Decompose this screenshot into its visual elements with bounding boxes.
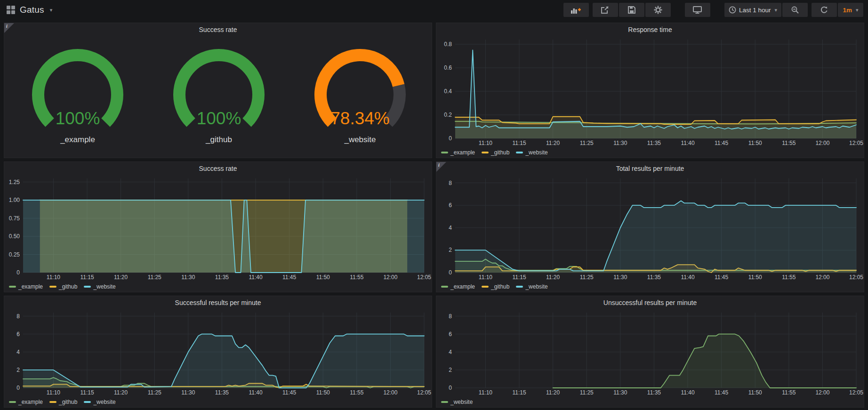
time-series-plot[interactable]: 11:1011:1511:2011:2511:3011:3511:4011:45… — [4, 175, 432, 281]
panel-title[interactable]: Success rate — [4, 23, 432, 36]
svg-text:11:20: 11:20 — [546, 274, 560, 281]
svg-text:11:55: 11:55 — [782, 274, 796, 281]
legend: _example_github_website — [436, 147, 864, 158]
legend-swatch — [516, 286, 523, 288]
legend-item-github[interactable]: _github — [49, 399, 77, 405]
svg-text:0: 0 — [16, 385, 20, 391]
svg-text:11:25: 11:25 — [148, 389, 161, 396]
legend: _example_github_website — [4, 281, 432, 292]
legend-item-github[interactable]: _github — [482, 149, 509, 156]
dashboard-title[interactable]: Gatus — [20, 5, 44, 15]
legend-item-example[interactable]: _example — [441, 283, 475, 290]
svg-text:12:00: 12:00 — [383, 274, 397, 281]
zoom-out-icon — [791, 6, 799, 14]
svg-text:12:05: 12:05 — [849, 140, 863, 146]
svg-text:11:50: 11:50 — [316, 389, 330, 396]
refresh-button[interactable] — [812, 3, 837, 17]
svg-text:8: 8 — [16, 313, 20, 320]
legend-swatch — [441, 401, 448, 403]
svg-text:11:45: 11:45 — [715, 389, 728, 396]
panel-success-rate-gauges: i Success rate 100%_example100%_github78… — [4, 23, 432, 158]
legend-label: _website — [450, 399, 473, 405]
svg-text:0: 0 — [449, 269, 452, 276]
time-range-picker[interactable]: Last 1 hour ▾ — [724, 3, 781, 17]
svg-text:11:15: 11:15 — [512, 274, 526, 281]
legend-label: _website — [93, 283, 115, 290]
time-series-plot[interactable]: 11:1011:1511:2011:2511:3011:3511:4011:45… — [436, 36, 864, 147]
panel-title[interactable]: Unsuccessful results per minute — [436, 296, 864, 309]
panel-unsuccessful-results: i Unsuccessful results per minute 11:101… — [436, 296, 864, 408]
panel-title[interactable]: Total results per minute — [436, 162, 864, 175]
legend-item-example[interactable]: _example — [9, 283, 43, 290]
svg-text:12:00: 12:00 — [383, 389, 397, 396]
svg-text:0: 0 — [449, 135, 452, 142]
svg-text:0: 0 — [449, 385, 452, 391]
legend-item-website[interactable]: _website — [84, 399, 115, 405]
svg-text:11:15: 11:15 — [512, 389, 526, 396]
svg-text:11:10: 11:10 — [479, 140, 492, 146]
legend-item-website[interactable]: _website — [516, 149, 547, 156]
gauge-example: 100%_example — [7, 47, 148, 145]
legend-item-website[interactable]: _website — [441, 399, 473, 405]
dashboard-grid-icon[interactable] — [7, 6, 15, 14]
svg-text:11:25: 11:25 — [148, 274, 161, 281]
panel-info-icon[interactable]: i — [4, 23, 14, 33]
svg-text:0.8: 0.8 — [444, 41, 452, 48]
svg-text:11:50: 11:50 — [748, 140, 762, 146]
legend-item-github[interactable]: _github — [49, 283, 77, 290]
gear-icon — [654, 6, 662, 14]
svg-text:4: 4 — [449, 225, 452, 231]
svg-text:11:50: 11:50 — [316, 274, 330, 281]
svg-text:11:15: 11:15 — [512, 140, 526, 146]
svg-text:1.00: 1.00 — [9, 197, 20, 203]
svg-text:11:35: 11:35 — [215, 389, 229, 396]
panel-title[interactable]: Successful results per minute — [4, 296, 432, 309]
legend-swatch — [441, 152, 448, 153]
gauge-label: _website — [344, 135, 376, 145]
svg-text:0.6: 0.6 — [444, 64, 452, 71]
add-panel-button[interactable] — [563, 3, 589, 17]
svg-text:11:55: 11:55 — [782, 140, 796, 146]
svg-text:12:05: 12:05 — [417, 274, 431, 281]
save-button[interactable] — [619, 3, 644, 17]
legend-swatch — [516, 152, 523, 153]
svg-text:11:45: 11:45 — [282, 274, 296, 281]
panel-info-icon[interactable]: i — [436, 162, 446, 172]
time-series-plot[interactable]: 11:1011:1511:2011:2511:3011:3511:4011:45… — [4, 309, 432, 397]
svg-text:11:35: 11:35 — [647, 274, 661, 281]
share-button[interactable] — [593, 3, 618, 17]
zoom-out-button[interactable] — [782, 3, 808, 17]
legend-item-example[interactable]: _example — [9, 399, 43, 405]
legend-item-website[interactable]: _website — [84, 283, 115, 290]
legend-item-example[interactable]: _example — [441, 149, 475, 156]
settings-button[interactable] — [645, 3, 671, 17]
time-series-plot[interactable]: 11:1011:1511:2011:2511:3011:3511:4011:45… — [436, 175, 864, 281]
legend: _example_github_website — [436, 281, 864, 292]
tv-mode-button[interactable] — [685, 3, 710, 17]
svg-text:11:30: 11:30 — [613, 389, 627, 396]
svg-text:11:25: 11:25 — [580, 140, 594, 146]
svg-text:11:40: 11:40 — [249, 274, 262, 281]
legend-item-github[interactable]: _github — [482, 283, 509, 290]
panel-title[interactable]: Success rate — [4, 162, 432, 175]
svg-text:8: 8 — [449, 313, 452, 320]
gauge-value: 100% — [148, 109, 289, 129]
svg-text:6: 6 — [16, 331, 20, 338]
refresh-interval-picker[interactable]: 1m ▾ — [838, 3, 863, 17]
gauge-label: _github — [206, 135, 232, 145]
panel-total-results: i Total results per minute 11:1011:1511:… — [436, 161, 864, 292]
svg-text:11:35: 11:35 — [215, 274, 229, 281]
panel-title[interactable]: Response time — [436, 23, 864, 36]
svg-text:12:00: 12:00 — [815, 274, 829, 281]
legend-swatch — [482, 286, 489, 288]
svg-text:1.25: 1.25 — [9, 179, 20, 185]
legend-swatch — [49, 401, 56, 403]
svg-text:11:50: 11:50 — [748, 274, 762, 281]
svg-text:11:10: 11:10 — [47, 274, 60, 281]
time-series-plot[interactable]: 11:1011:1511:2011:2511:3011:3511:4011:45… — [436, 309, 864, 397]
svg-text:11:15: 11:15 — [80, 274, 94, 281]
svg-text:0.75: 0.75 — [9, 215, 20, 222]
gauge-github: 100%_github — [148, 47, 289, 145]
legend-item-website[interactable]: _website — [516, 283, 547, 290]
chevron-down-icon: ▾ — [50, 7, 53, 13]
